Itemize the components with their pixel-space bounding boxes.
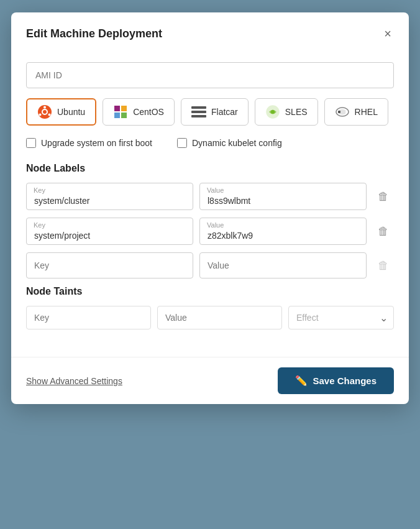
node-label-row-1: Key Value 🗑 bbox=[26, 183, 394, 210]
modal-title: Edit Machine Deployment bbox=[26, 27, 162, 40]
value-field-2: Value bbox=[199, 218, 367, 245]
svg-point-3 bbox=[39, 114, 42, 116]
svg-point-2 bbox=[43, 106, 46, 109]
value-field-3 bbox=[199, 252, 367, 278]
taints-row-1: Effect NoSchedule PreferNoSchedule NoExe… bbox=[26, 306, 394, 329]
svg-rect-5 bbox=[114, 106, 120, 111]
delete-row-1-button[interactable]: 🗑 bbox=[373, 188, 394, 205]
checkboxes-row: Upgrade system on first boot Dynamic kub… bbox=[26, 138, 394, 148]
svg-point-15 bbox=[271, 110, 275, 114]
os-button-sles[interactable]: SLES bbox=[255, 98, 318, 126]
key-input-3[interactable] bbox=[26, 252, 193, 278]
ubuntu-icon bbox=[37, 104, 52, 119]
node-taints-section: Node Taints Effect NoSchedule PreferNoSc… bbox=[26, 286, 394, 329]
os-buttons-group: Ubuntu CentOS bbox=[26, 98, 394, 126]
svg-rect-12 bbox=[191, 111, 206, 113]
os-button-centos[interactable]: CentOS bbox=[103, 98, 175, 126]
ubuntu-label: Ubuntu bbox=[57, 107, 85, 117]
rhel-icon bbox=[335, 104, 350, 119]
key-label-2: Key bbox=[34, 221, 45, 229]
value-field-1: Value bbox=[199, 183, 367, 210]
ami-id-input[interactable] bbox=[26, 62, 394, 88]
dynamic-kubelet-checkbox[interactable] bbox=[177, 138, 187, 148]
upgrade-system-checkbox-label[interactable]: Upgrade system on first boot bbox=[26, 138, 152, 148]
modal-header: Edit Machine Deployment × bbox=[11, 12, 409, 52]
node-label-row-2: Key Value 🗑 bbox=[26, 218, 394, 245]
value-label-1: Value bbox=[207, 186, 224, 194]
value-label-2: Value bbox=[207, 221, 224, 229]
flatcar-icon bbox=[191, 104, 206, 119]
dynamic-kubelet-label: Dynamic kubelet config bbox=[192, 138, 282, 148]
svg-point-4 bbox=[48, 114, 51, 116]
node-label-row-3: 🗑 bbox=[26, 252, 394, 278]
os-button-ubuntu[interactable]: Ubuntu bbox=[26, 98, 96, 126]
save-changes-button[interactable]: ✏️ Save Changes bbox=[278, 367, 394, 394]
delete-row-2-button[interactable]: 🗑 bbox=[373, 223, 394, 239]
os-button-flatcar[interactable]: Flatcar bbox=[181, 98, 249, 126]
svg-rect-11 bbox=[191, 106, 206, 109]
centos-label: CentOS bbox=[133, 107, 164, 117]
value-input-2[interactable] bbox=[199, 218, 367, 245]
key-label-1: Key bbox=[34, 186, 45, 194]
svg-rect-13 bbox=[191, 115, 206, 117]
modal-body: Ubuntu CentOS bbox=[11, 52, 409, 352]
pencil-icon: ✏️ bbox=[295, 375, 308, 387]
os-button-rhel[interactable]: RHEL bbox=[324, 98, 388, 126]
svg-rect-6 bbox=[121, 106, 127, 111]
centos-icon bbox=[113, 104, 128, 119]
key-field-1: Key bbox=[26, 183, 193, 210]
close-button[interactable]: × bbox=[381, 25, 394, 42]
sles-icon bbox=[265, 104, 280, 119]
effect-wrapper: Effect NoSchedule PreferNoSchedule NoExe… bbox=[288, 306, 394, 329]
upgrade-system-label: Upgrade system on first boot bbox=[41, 138, 152, 148]
value-input-1[interactable] bbox=[199, 183, 367, 210]
svg-rect-8 bbox=[121, 113, 127, 118]
show-advanced-button[interactable]: Show Advanced Settings bbox=[26, 376, 122, 386]
node-taints-title: Node Taints bbox=[26, 286, 394, 297]
upgrade-system-checkbox[interactable] bbox=[26, 138, 36, 148]
key-field-2: Key bbox=[26, 218, 193, 245]
taint-key-input[interactable] bbox=[26, 306, 151, 329]
svg-rect-7 bbox=[114, 113, 120, 118]
save-changes-label: Save Changes bbox=[313, 375, 377, 386]
delete-row-3-button: 🗑 bbox=[373, 257, 394, 274]
key-input-1[interactable] bbox=[26, 183, 193, 210]
rhel-label: RHEL bbox=[355, 107, 378, 117]
node-labels-title: Node Labels bbox=[26, 163, 394, 174]
flatcar-label: Flatcar bbox=[211, 107, 238, 117]
key-input-2[interactable] bbox=[26, 218, 193, 245]
svg-rect-17 bbox=[338, 111, 340, 113]
effect-select[interactable]: Effect NoSchedule PreferNoSchedule NoExe… bbox=[288, 306, 394, 329]
value-input-3[interactable] bbox=[199, 252, 367, 278]
dynamic-kubelet-checkbox-label[interactable]: Dynamic kubelet config bbox=[177, 138, 282, 148]
modal-footer: Show Advanced Settings ✏️ Save Changes bbox=[11, 357, 409, 404]
sles-label: SLES bbox=[285, 107, 308, 117]
key-field-3 bbox=[26, 252, 193, 278]
taint-value-input[interactable] bbox=[157, 306, 282, 329]
edit-machine-deployment-modal: Edit Machine Deployment × bbox=[11, 12, 409, 404]
